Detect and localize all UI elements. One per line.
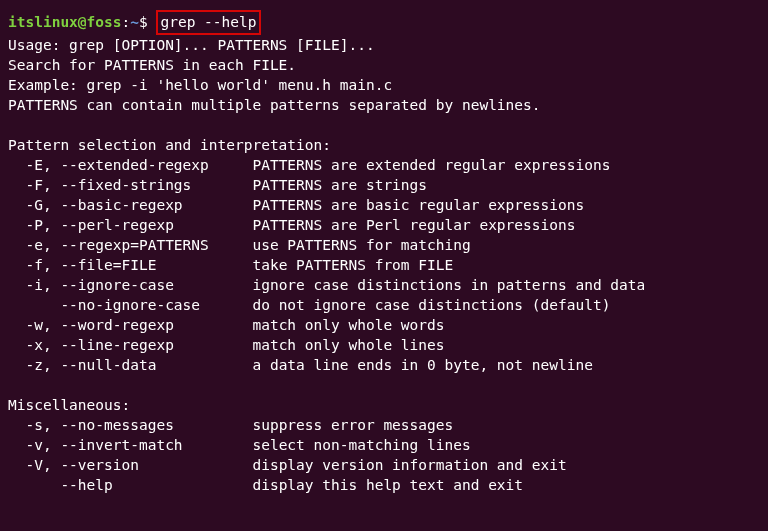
usage-line: Usage: grep [OPTION]... PATTERNS [FILE].… — [8, 35, 760, 55]
option-line: -V, --version display version informatio… — [8, 455, 760, 475]
option-flag: -E, --extended-regexp — [8, 157, 252, 173]
option-line: -G, --basic-regexp PATTERNS are basic re… — [8, 195, 760, 215]
option-flag: -s, --no-messages — [8, 417, 252, 433]
option-line: -v, --invert-match select non-matching l… — [8, 435, 760, 455]
option-desc: PATTERNS are Perl regular expressions — [252, 217, 575, 233]
option-desc: display this help text and exit — [252, 477, 523, 493]
user-host: itslinux@foss — [8, 14, 122, 30]
option-line: --help display this help text and exit — [8, 475, 760, 495]
option-line: -F, --fixed-strings PATTERNS are strings — [8, 175, 760, 195]
option-desc: display version information and exit — [252, 457, 566, 473]
option-desc: do not ignore case distinctions (default… — [252, 297, 610, 313]
search-line: Search for PATTERNS in each FILE. — [8, 55, 760, 75]
option-flag: -e, --regexp=PATTERNS — [8, 237, 252, 253]
prompt-path: ~ — [130, 14, 139, 30]
option-flag: --no-ignore-case — [8, 297, 252, 313]
patterns-line: PATTERNS can contain multiple patterns s… — [8, 95, 760, 115]
command-text: grep --help — [160, 14, 256, 30]
option-desc: suppress error messages — [252, 417, 453, 433]
option-desc: match only whole words — [252, 317, 444, 333]
option-line: -x, --line-regexp match only whole lines — [8, 335, 760, 355]
option-flag: -f, --file=FILE — [8, 257, 252, 273]
option-desc: PATTERNS are strings — [252, 177, 427, 193]
option-flag: -F, --fixed-strings — [8, 177, 252, 193]
option-desc: match only whole lines — [252, 337, 444, 353]
prompt-dollar: $ — [139, 14, 156, 30]
prompt-line[interactable]: itslinux@foss:~$ grep --help — [8, 10, 760, 35]
option-flag: -G, --basic-regexp — [8, 197, 252, 213]
option-line: -w, --word-regexp match only whole words — [8, 315, 760, 335]
section-header: Pattern selection and interpretation: — [8, 135, 760, 155]
option-line: -s, --no-messages suppress error message… — [8, 415, 760, 435]
option-desc: a data line ends in 0 byte, not newline — [252, 357, 592, 373]
section-header: Miscellaneous: — [8, 395, 760, 415]
example-line: Example: grep -i 'hello world' menu.h ma… — [8, 75, 760, 95]
option-flag: -w, --word-regexp — [8, 317, 252, 333]
blank-line — [8, 375, 760, 395]
option-flag: -i, --ignore-case — [8, 277, 252, 293]
command-highlight: grep --help — [156, 10, 261, 35]
blank-line — [8, 115, 760, 135]
option-flag: -z, --null-data — [8, 357, 252, 373]
option-line: -z, --null-data a data line ends in 0 by… — [8, 355, 760, 375]
option-line: --no-ignore-case do not ignore case dist… — [8, 295, 760, 315]
option-line: -P, --perl-regexp PATTERNS are Perl regu… — [8, 215, 760, 235]
option-flag: --help — [8, 477, 252, 493]
option-line: -E, --extended-regexp PATTERNS are exten… — [8, 155, 760, 175]
option-desc: use PATTERNS for matching — [252, 237, 470, 253]
option-flag: -P, --perl-regexp — [8, 217, 252, 233]
option-desc: PATTERNS are basic regular expressions — [252, 197, 584, 213]
option-flag: -x, --line-regexp — [8, 337, 252, 353]
option-line: -e, --regexp=PATTERNS use PATTERNS for m… — [8, 235, 760, 255]
option-desc: ignore case distinctions in patterns and… — [252, 277, 645, 293]
option-line: -f, --file=FILE take PATTERNS from FILE — [8, 255, 760, 275]
option-line: -i, --ignore-case ignore case distinctio… — [8, 275, 760, 295]
option-desc: select non-matching lines — [252, 437, 470, 453]
option-flag: -v, --invert-match — [8, 437, 252, 453]
option-desc: take PATTERNS from FILE — [252, 257, 453, 273]
option-desc: PATTERNS are extended regular expression… — [252, 157, 610, 173]
prompt-colon: : — [122, 14, 131, 30]
option-flag: -V, --version — [8, 457, 252, 473]
